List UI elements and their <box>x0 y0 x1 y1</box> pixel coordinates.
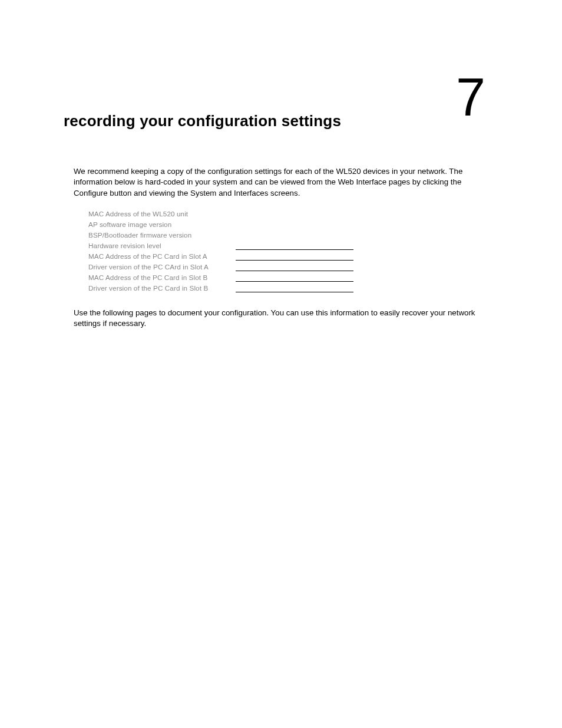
config-row: MAC Address of the PC Card in Slot A <box>88 251 442 262</box>
config-row: AP software image version <box>88 219 442 230</box>
config-row: Hardware revision level <box>88 241 442 251</box>
followup-paragraph: Use the following pages to document your… <box>74 308 492 330</box>
page-title: recording your configuration settings <box>64 112 341 130</box>
blank-line <box>236 284 353 292</box>
config-label: BSP/Bootloader firmware version <box>88 230 230 241</box>
page: 7 recording your configuration settings … <box>0 0 562 728</box>
config-settings-list: MAC Address of the WL520 unit AP softwar… <box>88 209 442 294</box>
blank-line <box>236 252 353 261</box>
config-label: MAC Address of the PC Card in Slot B <box>88 272 230 283</box>
config-label: MAC Address of the PC Card in Slot A <box>88 251 230 262</box>
config-row: MAC Address of the WL520 unit <box>88 209 442 219</box>
blank-line <box>236 242 353 250</box>
config-label: AP software image version <box>88 219 230 230</box>
config-row: MAC Address of the PC Card in Slot B <box>88 272 442 283</box>
chapter-number: 7 <box>456 71 485 124</box>
blank-line <box>236 263 353 271</box>
config-label: Driver version of the PC CArd in Slot A <box>88 262 230 272</box>
blank-line <box>236 274 353 282</box>
config-label: Hardware revision level <box>88 241 230 251</box>
config-row: Driver version of the PC Card in Slot B <box>88 283 442 294</box>
intro-paragraph: We recommend keeping a copy of the confi… <box>74 166 492 199</box>
config-row: BSP/Bootloader firmware version <box>88 230 442 241</box>
config-label: Driver version of the PC Card in Slot B <box>88 283 230 294</box>
config-row: Driver version of the PC CArd in Slot A <box>88 262 442 272</box>
config-label: MAC Address of the WL520 unit <box>88 209 230 219</box>
